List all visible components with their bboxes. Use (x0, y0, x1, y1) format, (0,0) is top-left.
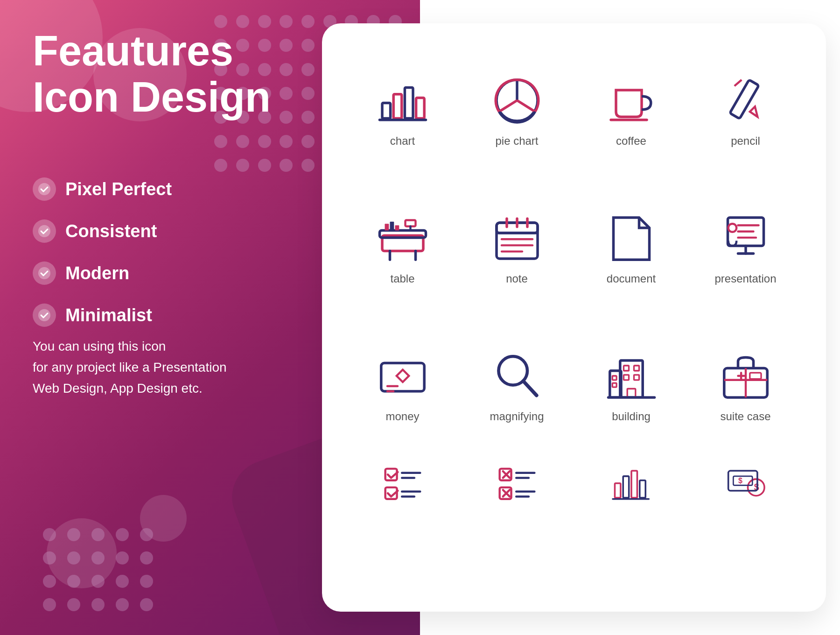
chart-icon (377, 75, 428, 126)
svg-rect-63 (749, 373, 761, 379)
magnifying-icon (491, 350, 543, 402)
document-icon (606, 212, 657, 264)
icon-cell-note: note (464, 184, 569, 313)
icon-cell-money: money (350, 322, 455, 451)
table-label: table (390, 272, 414, 285)
svg-rect-24 (390, 221, 394, 230)
svg-rect-23 (385, 224, 389, 230)
svg-rect-4 (382, 103, 391, 118)
feature-item-1: Pixel Perfect (33, 177, 172, 201)
svg-point-0 (38, 183, 50, 195)
suite-case-label: suite case (720, 410, 770, 423)
money-label: money (385, 410, 419, 423)
building-label: building (612, 410, 651, 423)
money-icon (377, 350, 428, 402)
note-label: note (506, 272, 528, 285)
pie-chart-icon (491, 75, 543, 126)
features-list: Pixel Perfect Consistent Modern Minimali… (33, 177, 172, 346)
coffee-label: coffee (616, 134, 646, 148)
presentation-icon (720, 212, 771, 264)
feature-label-4: Minimalist (65, 305, 152, 325)
icon-cell-document: document (579, 184, 684, 313)
check-icon-4 (33, 303, 56, 327)
check-icon-3 (33, 261, 56, 285)
svg-rect-81 (623, 476, 629, 498)
chart-label: chart (390, 134, 415, 148)
svg-marker-15 (749, 106, 757, 117)
icon-card: chart pie chart (322, 23, 826, 612)
svg-rect-56 (627, 388, 636, 397)
icon-cell-crosslist (464, 460, 569, 588)
svg-rect-82 (631, 471, 637, 498)
icon-cell-pencil: pencil (693, 47, 798, 175)
svg-point-2 (38, 267, 50, 279)
svg-rect-51 (634, 366, 639, 371)
svg-line-47 (523, 381, 537, 395)
svg-line-11 (517, 100, 535, 112)
description-text: You can using this icon for any project … (33, 336, 227, 399)
checklist-icon (382, 465, 424, 502)
dot-grid-bottom (37, 523, 159, 616)
svg-rect-18 (379, 230, 426, 237)
icon-cell-money-2: $ $ (693, 460, 798, 588)
feature-item-3: Modern (33, 261, 172, 285)
svg-rect-6 (405, 87, 413, 118)
icon-cell-building: building (579, 322, 684, 451)
feature-item-2: Consistent (33, 219, 172, 243)
feature-label-2: Consistent (65, 221, 157, 241)
presentation-label: presentation (714, 272, 776, 285)
check-icon-2 (33, 219, 56, 243)
money-2-icon: $ $ (725, 465, 767, 502)
svg-rect-88 (733, 476, 752, 486)
svg-rect-52 (623, 374, 629, 380)
icon-cell-bar-chart-2 (579, 460, 684, 588)
icon-cell-presentation: presentation (693, 184, 798, 313)
note-icon (491, 212, 543, 264)
document-label: document (607, 272, 656, 285)
feature-label-3: Modern (65, 263, 129, 283)
pie-chart-label: pie chart (495, 134, 538, 148)
icon-cell-pie-chart: pie chart (464, 47, 569, 175)
feature-item-4: Minimalist (33, 303, 172, 327)
building-icon (606, 350, 657, 402)
svg-point-39 (728, 224, 736, 232)
icon-cell-table: table (350, 184, 455, 313)
svg-rect-54 (612, 376, 616, 380)
suite-case-icon (720, 350, 771, 402)
icon-cell-checklist (350, 460, 455, 588)
svg-rect-80 (615, 483, 620, 498)
crosslist-icon (496, 465, 538, 502)
svg-line-12 (499, 100, 517, 112)
pencil-label: pencil (731, 134, 760, 148)
main-title: Feautures Icon Design (33, 28, 271, 120)
coffee-icon (606, 75, 657, 126)
svg-rect-5 (393, 94, 402, 118)
feature-label-1: Pixel Perfect (65, 179, 172, 199)
svg-rect-7 (416, 98, 424, 118)
icon-cell-suite-case: suite case (693, 322, 798, 451)
svg-point-1 (38, 225, 50, 237)
svg-rect-55 (612, 383, 616, 387)
svg-rect-50 (623, 366, 629, 371)
svg-point-3 (38, 309, 50, 321)
icon-cell-coffee: coffee (579, 47, 684, 175)
svg-rect-25 (395, 225, 399, 230)
svg-rect-83 (639, 480, 645, 498)
bar-chart-2-icon (610, 465, 652, 502)
icon-cell-chart: chart (350, 47, 455, 175)
svg-line-16 (734, 80, 741, 86)
magnifying-label: magnifying (490, 410, 544, 423)
check-icon-1 (33, 177, 56, 201)
pencil-icon (720, 75, 771, 126)
svg-rect-53 (634, 374, 639, 380)
svg-text:$: $ (738, 477, 742, 485)
right-panel: chart pie chart (280, 0, 840, 635)
table-icon (377, 212, 428, 264)
svg-marker-43 (396, 369, 408, 381)
icon-cell-magnifying: magnifying (464, 322, 569, 451)
